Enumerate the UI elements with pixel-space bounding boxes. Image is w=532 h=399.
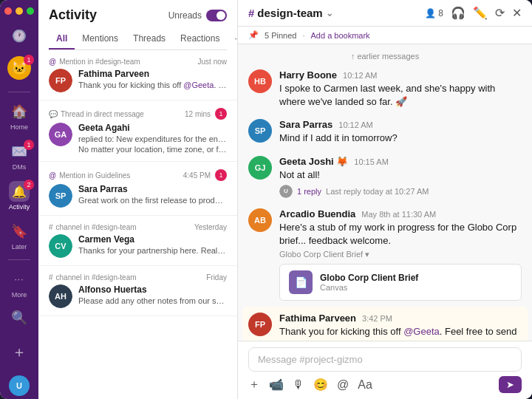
att-type: Canvas xyxy=(320,283,418,292)
reply-last: Last reply today at 10:27 AM xyxy=(326,187,429,196)
activity-badge: 2 xyxy=(24,180,34,190)
msg-body-arcadio: Arcadio Buendia May 8th at 11:30 AM Here… xyxy=(279,208,522,301)
close-icon[interactable]: ✕ xyxy=(512,6,522,20)
unreads-toggle-pill[interactable] xyxy=(206,10,227,21)
nav-item-home[interactable]: 🏠 Home xyxy=(0,97,38,135)
act-item-header-3: @ Mention in Guidelines 4:45 PM 1 xyxy=(49,169,227,181)
act-meta-4: # channel in #design-team xyxy=(49,223,137,231)
edit-icon[interactable]: ✏️ xyxy=(473,6,488,20)
input-placeholder: Message #project-gizmo xyxy=(258,354,363,365)
msg-time-sara: 10:12 AM xyxy=(338,120,372,129)
avatar-img-4: CV xyxy=(49,234,72,258)
reply-row-geeta[interactable]: U 1 reply Last reply today at 10:27 AM xyxy=(279,185,522,198)
text-format-icon[interactable]: Aa xyxy=(358,378,372,392)
call-icon[interactable]: 🎧 xyxy=(451,6,466,20)
msg-avatar-text-sara: SP xyxy=(248,119,272,143)
msg-avatar-img-geeta: GJ xyxy=(248,156,272,180)
act-name-3: Sara Parras xyxy=(78,184,227,194)
close-button[interactable] xyxy=(4,7,12,15)
act-content-3: SP Sara Parras Great work on the first r… xyxy=(49,184,227,208)
send-button[interactable]: ➤ xyxy=(499,376,522,393)
msg-avatar-harry: HB xyxy=(248,69,272,93)
nav-item-activity[interactable]: 🔔 Activity 2 xyxy=(0,177,38,215)
act-avatar-fathima: FP xyxy=(49,69,72,92)
send-icon: ➤ xyxy=(506,379,514,390)
act-name: Fathima Parveen xyxy=(78,69,227,79)
channel-name: # design-team ⌄ xyxy=(248,7,333,19)
input-icons: ＋ 📹 🎙 😊 @ Aa xyxy=(248,377,372,392)
nav-item-later[interactable]: 🔖 Later xyxy=(0,216,38,255)
reply-count: 1 reply xyxy=(297,187,321,196)
nav-item-search[interactable]: 🔍 xyxy=(9,303,30,332)
msg-text-fathima-h: Thank you for kicking this off @Geeta. F… xyxy=(279,325,522,341)
act-text-area: Fathima Parveen Thank you for kicking th… xyxy=(78,69,227,92)
profile-avatar: U xyxy=(9,375,30,396)
maximize-button[interactable] xyxy=(27,7,34,15)
nav-items: 🕐 🐱 1 🏠 Home ✉️ DMs 1 🔔 Activity xyxy=(0,21,38,303)
member-count[interactable]: 👤 8 xyxy=(425,8,443,18)
message-input[interactable]: Message #project-gizmo xyxy=(248,347,522,372)
act-avatar-geeta: GA xyxy=(49,123,72,146)
activity-list: @ Mention in #design-team Just now FP Fa… xyxy=(38,50,237,399)
msg-avatar-img-sara: SP xyxy=(248,119,272,143)
add-bookmark[interactable]: Add a bookmark xyxy=(311,31,370,40)
activity-item-geeta[interactable]: 💬 Thread in direct message 12 mins 1 GA xyxy=(38,100,237,162)
msg-body-sara: Sara Parras 10:12 AM Mind if I add it in… xyxy=(279,119,522,145)
nav-item-clock[interactable]: 🕐 xyxy=(0,21,38,50)
tab-threads[interactable]: Threads xyxy=(126,29,173,50)
act-location-4: channel in #design-team xyxy=(56,223,137,231)
minimize-button[interactable] xyxy=(16,7,23,15)
activity-label: Activity xyxy=(9,203,30,211)
search-icon: 🔍 xyxy=(9,307,30,328)
avatar-img-2: GA xyxy=(49,123,72,146)
mic-icon[interactable]: 🎙 xyxy=(293,378,304,392)
tab-all[interactable]: All xyxy=(49,29,75,50)
act-text-area-3: Sara Parras Great work on the first rele… xyxy=(78,184,227,208)
msg-time-fathima-h: 3:42 PM xyxy=(362,314,392,323)
emoji-icon[interactable]: 😊 xyxy=(313,378,328,392)
activity-item-carmen[interactable]: # channel in #design-team Yesterday CV C… xyxy=(38,216,237,266)
nav-item-profile[interactable]: U xyxy=(9,371,30,399)
activity-item-fathima[interactable]: @ Mention in #design-team Just now FP Fa… xyxy=(38,50,237,100)
channel-icon-5: # xyxy=(49,273,53,282)
video-icon[interactable]: 📹 xyxy=(269,378,284,392)
chat-header-icons: 👤 8 🎧 ✏️ ⟳ ✕ xyxy=(425,6,522,20)
nav-item-more[interactable]: ··· More xyxy=(0,265,38,303)
people-icon: 👤 xyxy=(425,8,436,18)
nav-item-dms[interactable]: ✉️ DMs 1 xyxy=(0,137,38,175)
activity-tabs: All Mentions Threads Reactions ··· xyxy=(49,29,227,50)
unreads-toggle[interactable]: Unreads xyxy=(168,10,227,21)
msg-text-arcadio: Here's a stub of my work in progress for… xyxy=(279,221,522,248)
msg-name-sara: Sara Parras xyxy=(279,119,332,130)
act-time: Just now xyxy=(198,58,227,66)
activity-panel: Activity Unreads All Mentions Threads Re… xyxy=(38,0,238,399)
plus-icon[interactable]: ＋ xyxy=(248,377,260,392)
activity-item-sara[interactable]: @ Mention in Guidelines 4:45 PM 1 SP xyxy=(38,162,237,216)
act-location: Mention in #design-team xyxy=(59,58,140,66)
later-icon: 🔖 xyxy=(9,221,30,242)
msg-header-geeta: Geeta Joshi 🦊 10:15 AM xyxy=(279,156,522,167)
tab-mentions[interactable]: Mentions xyxy=(75,29,126,50)
share-icon[interactable]: ⟳ xyxy=(495,6,505,20)
attachment-card-arcadio[interactable]: 📄 Globo Corp Client Brief Canvas xyxy=(279,264,522,301)
mention-text: @Geeta xyxy=(183,81,214,89)
message-sara: SP Sara Parras 10:12 AM Mind if I add it… xyxy=(248,115,522,149)
act-content-5: AH Alfonso Huertas Please add any other … xyxy=(49,284,227,308)
dms-label: DMs xyxy=(13,163,27,171)
msg-body-harry: Harry Boone 10:12 AM I spoke to Carmen l… xyxy=(279,69,522,109)
nav-item-add[interactable]: ＋ xyxy=(9,337,30,366)
later-label: Later xyxy=(12,243,27,250)
act-location-2: Thread in direct message xyxy=(61,110,144,118)
msg-avatar-img-harry: HB xyxy=(248,69,272,93)
act-content: FP Fathima Parveen Thank you for kicking… xyxy=(49,69,227,92)
act-preview-2b: No matter your location, time zone, or f… xyxy=(78,145,227,154)
msg-name-geeta: Geeta Joshi 🦊 xyxy=(279,156,348,167)
activity-item-alfonso[interactable]: # channel in #design-team Friday AH Alfo… xyxy=(38,266,237,316)
msg-time-arcadio: May 8th at 11:30 AM xyxy=(361,210,436,219)
channel-hash: # xyxy=(248,7,254,19)
act-content-4: CV Carmen Vega Thanks for your partnersh… xyxy=(49,234,227,258)
tab-reactions[interactable]: Reactions xyxy=(173,29,227,50)
nav-item-user-avatar[interactable]: 🐱 1 xyxy=(0,52,38,84)
act-location-3: Mention in Guidelines xyxy=(59,171,130,180)
at-icon[interactable]: @ xyxy=(337,378,349,392)
